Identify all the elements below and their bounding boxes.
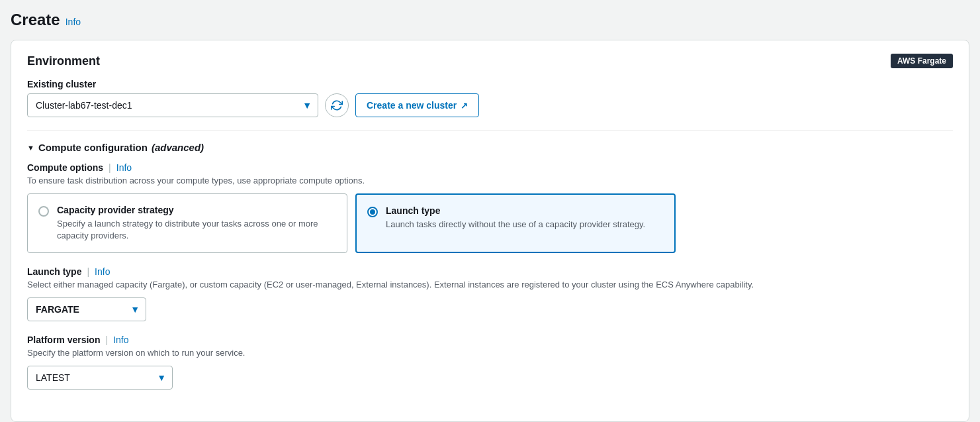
capacity-provider-title: Capacity provider strategy	[57, 205, 336, 215]
create-new-cluster-button[interactable]: Create a new cluster ↗	[355, 93, 479, 117]
refresh-icon	[331, 99, 343, 111]
launch-type-option-desc: Launch tasks directly without the use of…	[386, 219, 645, 231]
platform-version-select-wrapper: LATEST 1.4.0 1.3.0 ▼	[27, 366, 173, 390]
platform-version-label: Platform version	[27, 335, 100, 345]
launch-type-divider: |	[87, 266, 89, 277]
environment-card: Environment AWS Fargate Existing cluster…	[11, 40, 969, 422]
platform-version-description: Specify the platform version on which to…	[27, 348, 953, 358]
capacity-provider-content: Capacity provider strategy Specify a lau…	[57, 205, 336, 242]
launch-type-option[interactable]: Launch type Launch tasks directly withou…	[355, 193, 676, 253]
compute-options-description: To ensure task distribution across your …	[27, 176, 953, 185]
capacity-provider-radio[interactable]	[38, 206, 49, 217]
launch-type-option-title: Launch type	[386, 205, 645, 216]
compute-options-info-link[interactable]: Info	[116, 162, 132, 173]
launch-type-select[interactable]: FARGATE EC2 EXTERNAL	[27, 297, 146, 321]
existing-cluster-section: Existing cluster Cluster-lab67-test-dec1…	[27, 79, 953, 117]
launch-type-radio[interactable]	[367, 207, 378, 217]
cluster-select[interactable]: Cluster-lab67-test-dec1	[27, 93, 318, 117]
platform-version-info-link[interactable]: Info	[113, 335, 128, 345]
launch-type-label: Launch type	[27, 266, 81, 277]
launch-type-description: Select either managed capacity (Fargate)…	[27, 280, 953, 290]
collapse-triangle-icon: ▼	[27, 144, 34, 152]
card-title: Environment	[27, 54, 100, 68]
platform-version-section: Platform version | Info Specify the plat…	[27, 335, 953, 390]
compute-options-label: Compute options	[27, 162, 103, 173]
refresh-button[interactable]	[325, 93, 349, 117]
label-divider: |	[109, 162, 111, 173]
existing-cluster-label: Existing cluster	[27, 79, 953, 89]
launch-type-content: Launch type Launch tasks directly withou…	[386, 205, 645, 231]
page-title: Create	[11, 11, 60, 29]
compute-options-grid: Capacity provider strategy Specify a lau…	[27, 193, 676, 253]
section-divider	[27, 131, 953, 131]
aws-fargate-badge: AWS Fargate	[891, 54, 953, 68]
compute-config-advanced-label: (advanced)	[152, 142, 204, 153]
platform-version-select[interactable]: LATEST 1.4.0 1.3.0	[27, 366, 173, 390]
external-link-icon: ↗	[461, 101, 468, 111]
capacity-provider-option[interactable]: Capacity provider strategy Specify a lau…	[27, 193, 347, 253]
compute-config-header[interactable]: ▼ Compute configuration (advanced)	[27, 142, 953, 153]
launch-type-section: Launch type | Info Select either managed…	[27, 266, 953, 321]
cluster-select-wrapper: Cluster-lab67-test-dec1 ▼	[27, 93, 318, 117]
compute-options-section: Compute options | Info To ensure task di…	[27, 162, 953, 253]
capacity-provider-desc: Specify a launch strategy to distribute …	[57, 218, 336, 242]
cluster-row: Cluster-lab67-test-dec1 ▼ Create a new c…	[27, 93, 953, 117]
platform-version-divider: |	[105, 335, 108, 345]
launch-type-info-link[interactable]: Info	[95, 266, 110, 277]
create-cluster-label: Create a new cluster	[367, 100, 457, 111]
compute-config-title: Compute configuration	[38, 142, 148, 153]
page-info-link[interactable]: Info	[66, 17, 81, 27]
launch-type-select-wrapper: FARGATE EC2 EXTERNAL ▼	[27, 297, 146, 321]
